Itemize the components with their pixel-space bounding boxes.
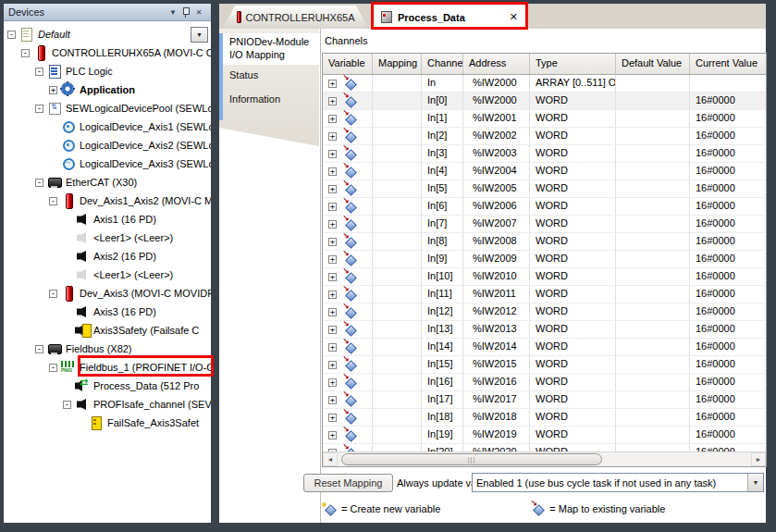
plus-expander-icon[interactable]: +: [328, 97, 337, 105]
plus-expander-icon[interactable]: +: [328, 291, 337, 299]
tree-item-fieldbus-1-profinet-i-o-g[interactable]: -Fieldbus_1 (PROFINET I/O-G: [4, 358, 211, 377]
tab-status[interactable]: Status: [229, 69, 258, 80]
table-row[interactable]: +In[16]%IW2016WORD16#0000: [323, 374, 766, 391]
column-header-mapping[interactable]: Mapping: [373, 54, 422, 74]
minus-expander-icon[interactable]: -: [21, 49, 30, 57]
scrollbar-thumb[interactable]: |||: [341, 453, 602, 465]
tree-item-profisafe-channel-sev[interactable]: -PROFIsafe_channel (SEV: [4, 395, 211, 414]
plus-expander-icon[interactable]: +: [328, 326, 337, 334]
table-row[interactable]: +In[15]%IW2015WORD16#0000: [323, 356, 766, 374]
minus-expander-icon[interactable]: -: [7, 31, 16, 39]
plus-expander-icon[interactable]: +: [49, 86, 57, 94]
tree-item-default[interactable]: -Default▼: [4, 25, 211, 43]
always-update-variables-select[interactable]: Enabled 1 (use bus cycle task if not use…: [472, 473, 764, 492]
profile-dropdown[interactable]: ▼: [191, 27, 208, 43]
column-header-channel[interactable]: Channel: [422, 54, 463, 74]
column-header-variable[interactable]: Variable: [323, 54, 373, 74]
column-header-default-value[interactable]: Default Value: [616, 54, 690, 74]
tree-item-controlleruhx65a-movi-c-cont[interactable]: -CONTROLLERUHX65A (MOVI-C CONT: [4, 43, 211, 62]
tree-item-dev-axis1-axis2-movi-c-m[interactable]: -Dev_Axis1_Axis2 (MOVI-C M: [4, 192, 211, 210]
table-row[interactable]: +In[12]%IW2012WORD16#0000: [323, 303, 766, 321]
tree-item-logicaldevice-axis1-sewlo[interactable]: LogicalDevice_Axis1 (SEWLo: [4, 118, 211, 136]
plus-expander-icon[interactable]: +: [328, 431, 337, 439]
table-row[interactable]: +In[14]%IW2014WORD16#0000: [323, 339, 766, 356]
plus-expander-icon[interactable]: +: [328, 255, 337, 264]
plus-expander-icon[interactable]: +: [328, 378, 337, 387]
tree-item-logicaldevice-axis3-sewlo[interactable]: LogicalDevice_Axis3 (SEWLo: [4, 155, 211, 173]
plus-expander-icon[interactable]: +: [328, 308, 337, 316]
plus-expander-icon[interactable]: +: [328, 361, 337, 369]
tree-item-plc-logic[interactable]: -PLC Logic: [4, 62, 211, 80]
plus-expander-icon[interactable]: +: [328, 203, 337, 211]
tree-item-application[interactable]: +Application: [4, 80, 211, 99]
minus-expander-icon[interactable]: -: [49, 290, 57, 298]
table-row[interactable]: +In[9]%IW2009WORD16#0000: [323, 251, 766, 268]
table-row[interactable]: +In[18]%IW2018WORD16#0000: [323, 409, 766, 427]
tab-pniodev-module-io-mapping[interactable]: PNIODev-Module I/O Mapping: [223, 33, 319, 65]
tree-item-dev-axis3-movi-c-movidr[interactable]: -Dev_Axis3 (MOVI-C MOVIDR: [4, 284, 211, 303]
plus-expander-icon[interactable]: +: [328, 343, 337, 352]
plus-expander-icon[interactable]: +: [328, 220, 337, 229]
tree-item-axis3safety-failsafe-c[interactable]: Axis3Safety (Failsafe C: [4, 321, 211, 340]
plus-expander-icon[interactable]: +: [328, 132, 337, 141]
tree-item-logicaldevice-axis2-sewlo[interactable]: LogicalDevice_Axis2 (SEWLo: [4, 136, 211, 155]
column-header-type[interactable]: Type: [530, 54, 616, 74]
plus-expander-icon[interactable]: +: [328, 115, 337, 123]
plus-expander-icon[interactable]: +: [328, 80, 337, 88]
table-row[interactable]: +In[10]%IW2010WORD16#0000: [323, 268, 766, 286]
tree-item-process-data-512-pro[interactable]: Process_Data (512 Pro: [4, 377, 211, 395]
horizontal-scrollbar[interactable]: ◄ ||| ►: [323, 452, 766, 466]
plus-expander-icon[interactable]: +: [328, 167, 337, 176]
table-row[interactable]: +In[7]%IW2007WORD16#0000: [323, 216, 766, 233]
chevron-down-icon[interactable]: ▼: [166, 8, 180, 17]
table-row[interactable]: +In[2]%IW2002WORD16#0000: [323, 128, 766, 145]
minus-expander-icon[interactable]: -: [35, 179, 43, 187]
scroll-left-arrow-icon[interactable]: ◄: [323, 452, 338, 466]
close-icon[interactable]: ✕: [191, 8, 206, 17]
tree-item-fieldbus-x82[interactable]: -Fieldbus (X82): [4, 340, 211, 358]
minus-expander-icon[interactable]: -: [35, 68, 43, 76]
table-row[interactable]: +In[0]%IW2000WORD16#0000: [323, 93, 766, 110]
plus-expander-icon[interactable]: +: [328, 185, 337, 193]
scroll-right-arrow-icon[interactable]: ►: [751, 452, 766, 466]
table-row[interactable]: +In[4]%IW2004WORD16#0000: [323, 163, 766, 180]
tree-item-ethercat-x30[interactable]: -EtherCAT (X30): [4, 173, 211, 192]
plus-expander-icon[interactable]: +: [328, 273, 337, 281]
plus-expander-icon[interactable]: +: [328, 238, 337, 246]
plus-expander-icon[interactable]: +: [328, 396, 337, 404]
table-row[interactable]: +In[3]%IW2003WORD16#0000: [323, 145, 766, 163]
minus-expander-icon[interactable]: -: [35, 345, 43, 353]
table-row[interactable]: +In[17]%IW2017WORD16#0000: [323, 391, 766, 409]
table-row[interactable]: +In[8]%IW2008WORD16#0000: [323, 233, 766, 251]
table-row[interactable]: +In[1]%IW2001WORD16#0000: [323, 110, 766, 128]
reset-mapping-button[interactable]: Reset Mapping: [303, 474, 393, 492]
pin-icon[interactable]: [180, 6, 191, 19]
plus-expander-icon[interactable]: +: [328, 150, 337, 158]
minus-expander-icon[interactable]: -: [49, 197, 57, 205]
tree-item-leer1-leer[interactable]: <Leer1> (<Leer>): [4, 266, 211, 284]
tab-close-icon[interactable]: ✕: [510, 11, 518, 23]
table-row[interactable]: +In[20]%IW2020WORD16#0000: [323, 444, 766, 452]
minus-expander-icon[interactable]: -: [49, 364, 57, 372]
tree-item-axis2-16-pd[interactable]: Axis2 (16 PD): [4, 247, 211, 266]
table-row[interactable]: +In[19]%IW2019WORD16#0000: [323, 427, 766, 444]
plus-expander-icon[interactable]: +: [328, 414, 337, 422]
chevron-down-icon[interactable]: ▼: [747, 474, 763, 491]
tree-item-axis3-16-pd[interactable]: Axis3 (16 PD): [4, 303, 211, 321]
tree-item-axis1-16-pd[interactable]: Axis1 (16 PD): [4, 210, 211, 229]
tree-item-sewlogicaldevicepool-sewlogi[interactable]: -SEWLogicalDevicePool (SEWLogic: [4, 99, 211, 118]
minus-expander-icon[interactable]: -: [35, 105, 43, 113]
tab-process-data[interactable]: Process_Data ✕: [374, 5, 525, 30]
tab-controlleruhx65a[interactable]: CONTROLLERUHX65A: [223, 6, 368, 29]
column-header-address[interactable]: Address: [463, 54, 530, 74]
minus-expander-icon[interactable]: -: [63, 401, 71, 409]
tab-information[interactable]: Information: [229, 93, 280, 105]
table-row[interactable]: +In%IW2000ARRAY [0..511] O: [323, 75, 766, 93]
column-header-current-value[interactable]: Current Value: [690, 54, 766, 74]
table-row[interactable]: +In[13]%IW2013WORD16#0000: [323, 321, 766, 339]
table-row[interactable]: +In[11]%IW2011WORD16#0000: [323, 286, 766, 303]
tree-item-failsafe-axis3safet[interactable]: FailSafe_Axis3Safet: [4, 414, 211, 432]
table-row[interactable]: +In[6]%IW2006WORD16#0000: [323, 198, 766, 216]
table-row[interactable]: +In[5]%IW2005WORD16#0000: [323, 180, 766, 198]
tree-item-leer1-leer[interactable]: <Leer1> (<Leer>): [4, 229, 211, 247]
